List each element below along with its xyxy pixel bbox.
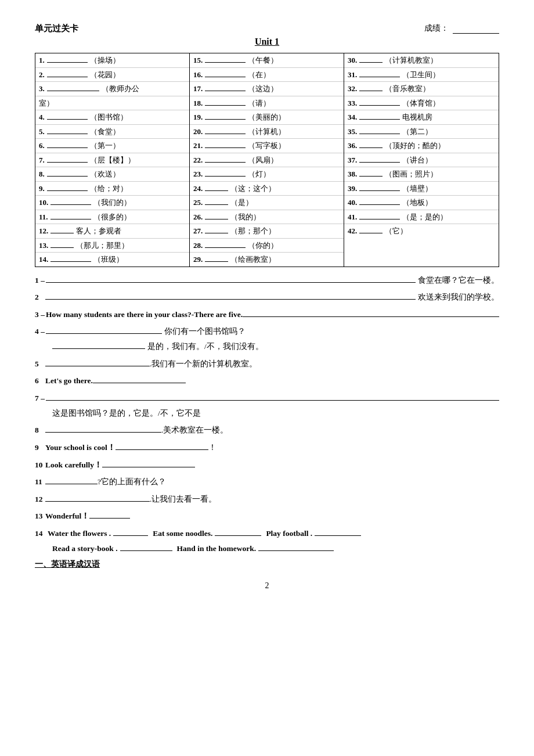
list-item: 42. （它） — [344, 224, 499, 238]
answer-blank — [359, 77, 400, 77]
list-item: 4. （图书馆） — [35, 110, 189, 125]
list-item: 6. （第一） — [35, 139, 189, 153]
answer-blank — [359, 176, 383, 177]
answer-blank — [359, 147, 383, 148]
answer-blank — [359, 204, 400, 205]
list-item: 13. （那儿；那里） — [35, 239, 189, 253]
sentence-6: 6 Let's go there. — [35, 373, 499, 388]
sentence-8: 8 .美术教室在一楼。 — [35, 423, 499, 438]
answer-blank — [205, 204, 228, 205]
answer-blank — [45, 484, 98, 484]
answer-blank — [47, 190, 88, 191]
header: 单元过关卡 成绩： — [35, 23, 499, 34]
answer-blank — [47, 147, 88, 148]
answer-blank — [52, 348, 145, 349]
answer-blank — [116, 449, 208, 450]
answer-blank — [50, 247, 74, 248]
answer-blank — [102, 467, 195, 467]
answer-blank — [359, 91, 383, 91]
list-item: 1. （操场） — [35, 53, 189, 68]
answer-blank — [50, 219, 91, 219]
sentence-1: 1 – 食堂在哪？它在一楼。 — [35, 273, 499, 288]
list-item: 33. （体育馆） — [344, 96, 499, 111]
list-item: 9. （给；对） — [35, 182, 189, 196]
answer-blank — [46, 282, 416, 283]
answer-blank — [50, 261, 91, 262]
answer-blank — [205, 105, 246, 106]
answer-blank — [359, 62, 383, 63]
vocab-col-3: 30. （计算机教室） 31. （卫生间） 32. （音乐教室） 33. （体育… — [344, 53, 499, 267]
sentence-7: 7 – 这是图书馆吗？是的，它是。/不，它不是 — [35, 391, 499, 420]
answer-blank — [47, 162, 88, 163]
section-title: 一、英语译成汉语 — [35, 559, 499, 570]
answer-blank — [205, 91, 246, 91]
vocab-col-2: 15. （午餐） 16. （在） 17. （这边） 18. （请） 19. （美… — [190, 53, 344, 267]
sentences-section: 1 – 食堂在哪？它在一楼。 2 欢送来到我们的学校。 3 – How many… — [35, 273, 499, 556]
list-item: 36. （顶好的；酷的） — [344, 139, 499, 153]
list-item: 7. （层【楼】） — [35, 153, 189, 168]
sentence-12: 12 .让我们去看一看。 — [35, 492, 499, 507]
page-number: 2 — [35, 581, 499, 591]
answer-blank — [359, 233, 383, 233]
list-item: 16. （在） — [190, 68, 344, 82]
answer-blank — [205, 261, 228, 262]
list-item: 11. （很多的） — [35, 210, 189, 225]
score-area: 成绩： — [424, 23, 500, 34]
answer-blank — [359, 119, 400, 120]
answer-blank — [205, 219, 228, 219]
list-item: 12. 客人；参观者 — [35, 224, 189, 239]
list-item: 23. （灯） — [190, 167, 344, 182]
sentence-3: 3 – How many students are there in your … — [35, 307, 499, 322]
answer-blank — [205, 134, 246, 134]
answer-blank — [359, 162, 400, 163]
unit-title: Unit 1 — [35, 37, 499, 47]
answer-blank — [47, 62, 88, 63]
answer-blank — [45, 501, 150, 502]
list-item: 26. （我的） — [190, 210, 344, 225]
sentence-14: 14 Water the flowers . Eat some noodles.… — [35, 526, 499, 556]
answer-blank — [205, 176, 246, 177]
answer-blank — [47, 134, 88, 134]
list-item: 8. （欢送） — [35, 167, 189, 182]
list-item: 27. （那；那个） — [190, 224, 344, 239]
answer-blank — [315, 535, 361, 536]
list-item: 3. （教师办公 — [35, 82, 189, 96]
list-item: 40. （地板） — [344, 196, 499, 210]
score-line — [453, 33, 499, 34]
list-item: 17. （这边） — [190, 82, 344, 96]
sentence-9: 9 Your school is cool！ ！ — [35, 440, 499, 455]
answer-blank — [205, 147, 246, 148]
list-item: 14. （班级） — [35, 253, 189, 267]
answer-blank — [359, 219, 400, 219]
list-item: 18. （请） — [190, 96, 344, 111]
list-item: 38. （图画；照片） — [344, 167, 499, 182]
answer-blank — [89, 518, 130, 519]
answer-blank — [50, 233, 74, 233]
answer-blank — [47, 119, 88, 120]
list-item: 31. （卫生间） — [344, 68, 499, 82]
answer-blank — [243, 316, 499, 317]
list-item: 35. （第二） — [344, 125, 499, 139]
answer-blank — [215, 535, 261, 536]
list-item: 24. （这；这个） — [190, 182, 344, 196]
list-item: 22. （风扇） — [190, 153, 344, 168]
list-item: 15. （午餐） — [190, 53, 344, 68]
answer-blank — [205, 62, 246, 63]
list-item: 25. （是） — [190, 196, 344, 210]
list-item: 20. （计算机） — [190, 125, 344, 139]
answer-blank — [258, 550, 334, 551]
page-title: 单元过关卡 — [35, 23, 78, 34]
answer-blank — [45, 366, 150, 366]
answer-blank — [120, 550, 172, 551]
answer-blank — [47, 176, 88, 177]
vocab-grid: 1. （操场） 2. （花园） 3. （教师办公 室） 4. （图书馆） 5. … — [35, 53, 499, 267]
list-item: 21. （写字板） — [190, 139, 344, 153]
list-item: 41. （是；是的） — [344, 210, 499, 225]
list-item: 28. （你的） — [190, 239, 344, 253]
list-item: 5. （食堂） — [35, 125, 189, 139]
answer-blank — [46, 333, 162, 334]
answer-blank — [205, 190, 228, 191]
answer-blank — [45, 299, 416, 300]
answer-blank — [45, 432, 161, 433]
answer-blank — [205, 77, 246, 77]
